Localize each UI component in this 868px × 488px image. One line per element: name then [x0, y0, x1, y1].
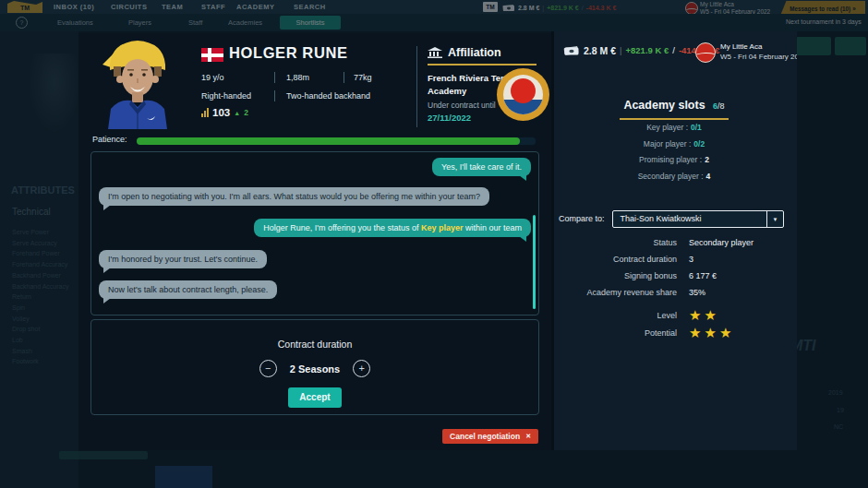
player-ranking: 103 ▲ 2	[201, 107, 248, 118]
contract-duration-label: Contract duration	[91, 339, 538, 350]
stat-row-contract-duration: Contract duration 3	[554, 251, 794, 268]
divider	[416, 46, 417, 127]
slots-total: /8	[717, 101, 725, 111]
level-stars-icon: ★★	[689, 309, 719, 322]
slot-value: 0/1	[691, 123, 702, 132]
patience-bar	[136, 137, 536, 146]
ranking-value: 103	[212, 107, 230, 118]
stat-value: 6 177 €	[689, 271, 717, 280]
stat-value: 35%	[689, 288, 705, 297]
chat-message-player: I'm honored by your trust. Let's continu…	[99, 250, 267, 268]
player-height: 1,88m	[275, 73, 344, 82]
patience-fill	[137, 137, 520, 145]
player-photo	[91, 35, 184, 129]
academy-info-panel: 2.8 M € | +821.9 K € / -414.3 K € My Lit…	[551, 31, 797, 450]
slot-row-key-player: Key player :0/1	[554, 120, 794, 137]
chat-message-player: I'm open to negotiating with you. I'm al…	[99, 187, 489, 206]
cancel-negotiation-button[interactable]: Cancel negotiation ✕	[442, 429, 538, 444]
compare-to-label: Compare to:	[559, 210, 605, 223]
club-logo	[695, 42, 716, 63]
slot-label: Promising player :	[639, 155, 702, 164]
player-age: 19 y/o	[201, 73, 274, 82]
ranking-icon	[201, 108, 209, 117]
duration-value: 2 Seasons	[290, 363, 340, 375]
stat-value: 3	[689, 255, 693, 264]
stat-row-status: Status Secondary player	[554, 234, 794, 251]
stat-label: Potential	[554, 328, 677, 338]
slot-row-major-player: Major player :0/2	[554, 137, 794, 153]
negotiation-dialog: HOLGER RUNE 19 y/o 1,88m 77kg Right-hand…	[78, 33, 551, 450]
stat-row-potential: Potential ★★★	[554, 324, 794, 341]
chat-highlight-key-player: Key player	[421, 223, 464, 232]
stat-row-signing-bonus: Signing bonus 6 177 €	[554, 268, 794, 284]
slot-label: Key player :	[646, 123, 688, 132]
potential-stars-icon: ★★★	[689, 327, 734, 339]
comparison-stats: Status Secondary player Contract duratio…	[554, 234, 794, 341]
increase-duration-button[interactable]: +	[353, 360, 370, 377]
chat-scrollbar[interactable]	[533, 215, 536, 309]
stat-value: Secondary player	[689, 238, 753, 247]
dropdown-selected-value: Thai-Son Kwiatkowski	[613, 211, 766, 227]
money-icon	[563, 44, 580, 56]
rank-up-arrow-icon: ▲	[234, 110, 240, 116]
separator: /	[672, 45, 675, 55]
stat-row-level: Level ★★	[554, 306, 794, 324]
slot-label: Secondary player :	[638, 172, 704, 181]
slot-row-secondary-player: Secondary player :4	[554, 169, 794, 185]
stat-label: Signing bonus	[554, 271, 677, 280]
slot-value: 2	[705, 155, 709, 164]
contract-offer-panel: Contract duration − 2 Seasons + Accept	[90, 319, 539, 415]
chat-text: Holger Rune, I'm offering you the status…	[263, 223, 421, 232]
player-hand: Right-handed	[201, 91, 274, 101]
academy-slots-title: Academy slots	[623, 99, 705, 112]
rank-delta: 2	[244, 108, 248, 117]
academy-slots-header: Academy slots 6/8	[554, 96, 794, 120]
compare-row: Compare to: Thai-Son Kwiatkowski ▼	[559, 210, 784, 228]
chat-area: Yes, I'll take care of it. I'm open to n…	[90, 151, 539, 315]
chat-message-user: Yes, I'll take care of it.	[432, 158, 531, 176]
game-date: W5 - Fri 04 February 2022	[720, 53, 797, 61]
player-weight: 77kg	[344, 73, 372, 82]
stat-label: Academy revenue share	[554, 288, 677, 297]
denmark-flag-icon	[201, 48, 223, 62]
chat-message-player: Now let's talk about contract length, pl…	[99, 280, 277, 299]
academy-badge	[497, 68, 549, 121]
stat-label: Contract duration	[554, 255, 677, 264]
cancel-label: Cancel negotiation	[450, 432, 520, 441]
chat-text: within our team	[463, 223, 522, 232]
slot-value: 0/2	[693, 139, 705, 149]
gold-underline	[428, 64, 536, 65]
patience-label: Patience:	[92, 135, 127, 144]
player-bio-row: 19 y/o 1,88m 77kg	[201, 72, 372, 83]
slot-value: 4	[706, 172, 711, 181]
close-icon: ✕	[525, 433, 531, 440]
player-backhand: Two-handed backhand	[275, 91, 370, 101]
affiliation-title: Affiliation	[448, 46, 501, 59]
club-name: My Little Aca	[720, 42, 762, 51]
stat-label: Level	[554, 311, 677, 320]
tennis-manager-screen: TM INBOX (10) CIRCUITS TEAM STAFF ACADEM…	[0, 0, 868, 488]
stat-row-revenue-share: Academy revenue share 35%	[554, 284, 794, 301]
stat-label: Status	[554, 238, 677, 247]
player-style-row: Right-handed Two-handed backhand	[201, 90, 370, 101]
income-value: +821.9 K €	[626, 45, 669, 55]
duration-stepper: − 2 Seasons +	[91, 360, 538, 377]
compare-player-dropdown[interactable]: Thai-Son Kwiatkowski ▼	[612, 210, 784, 228]
chat-message-user: Holger Rune, I'm offering you the status…	[254, 219, 531, 237]
slot-row-promising-player: Promising player :2	[554, 152, 794, 169]
accept-button[interactable]: Accept	[288, 387, 342, 408]
academy-slot-list: Key player :0/1 Major player :0/2 Promis…	[554, 120, 794, 184]
slot-label: Major player :	[644, 139, 692, 149]
balance-value: 2.8 M €	[584, 45, 616, 56]
chevron-down-icon[interactable]: ▼	[766, 211, 783, 227]
academy-building-icon	[428, 47, 442, 58]
player-name: HOLGER RUNE	[229, 44, 348, 62]
separator: |	[620, 45, 621, 55]
decrease-duration-button[interactable]: −	[259, 360, 277, 377]
